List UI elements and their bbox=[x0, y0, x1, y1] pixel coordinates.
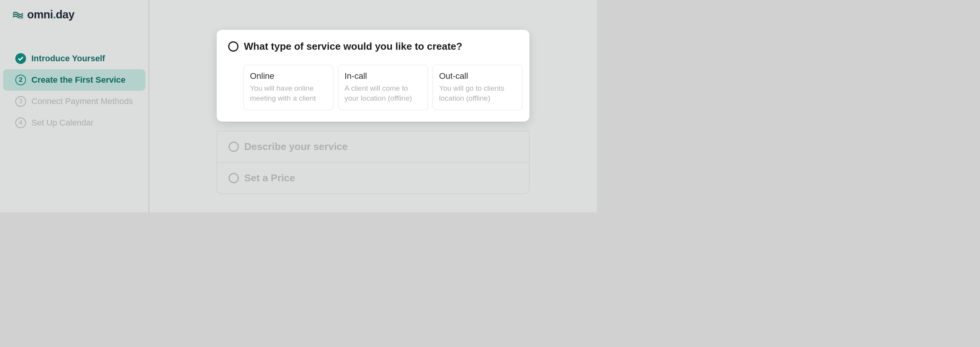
step-number-icon: 4 bbox=[15, 117, 26, 128]
option-online[interactable]: Online You will have online meeting with… bbox=[243, 65, 333, 110]
option-description: You will go to clients location (offline… bbox=[439, 83, 516, 103]
option-title: Out-call bbox=[439, 71, 516, 81]
section-title: Describe your service bbox=[244, 141, 348, 153]
logo-icon bbox=[13, 10, 23, 20]
section-title: What type of service would you like to c… bbox=[244, 41, 462, 52]
option-title: In-call bbox=[345, 71, 421, 81]
app-container: omni.day Introduce Yourself 2 Create the… bbox=[0, 0, 597, 212]
step-label: Introduce Yourself bbox=[31, 54, 105, 64]
step-label: Set Up Calendar bbox=[31, 118, 94, 128]
radio-icon bbox=[228, 41, 238, 52]
sidebar: omni.day Introduce Yourself 2 Create the… bbox=[0, 0, 149, 212]
section-service-type: What type of service would you like to c… bbox=[217, 30, 529, 122]
radio-icon bbox=[229, 142, 239, 152]
section-title: Set a Price bbox=[244, 172, 295, 184]
logo[interactable]: omni.day bbox=[0, 8, 149, 21]
option-description: A client will come to your location (off… bbox=[345, 83, 421, 103]
main-content: What type of service would you like to c… bbox=[149, 0, 597, 212]
step-create-first-service[interactable]: 2 Create the First Service bbox=[3, 69, 145, 91]
radio-icon bbox=[229, 173, 239, 183]
option-out-call[interactable]: Out-call You will go to clients location… bbox=[433, 65, 523, 110]
onboarding-steps: Introduce Yourself 2 Create the First Se… bbox=[0, 48, 149, 134]
step-label: Connect Payment Methods bbox=[31, 96, 133, 106]
option-title: Online bbox=[250, 71, 327, 81]
step-connect-payment-methods[interactable]: 3 Connect Payment Methods bbox=[3, 91, 145, 112]
form-sections: What type of service would you like to c… bbox=[217, 30, 529, 212]
section-describe-service[interactable]: Describe your service bbox=[217, 131, 529, 163]
step-setup-calendar[interactable]: 4 Set Up Calendar bbox=[3, 112, 145, 134]
logo-text: omni.day bbox=[27, 8, 74, 21]
section-set-price[interactable]: Set a Price bbox=[217, 163, 529, 194]
step-number-icon: 2 bbox=[15, 75, 26, 85]
check-icon bbox=[15, 53, 26, 64]
section-header[interactable]: What type of service would you like to c… bbox=[228, 41, 523, 52]
collapsed-sections: Describe your service Set a Price bbox=[217, 131, 529, 194]
option-description: You will have online meeting with a clie… bbox=[250, 83, 327, 103]
step-label: Create the First Service bbox=[31, 75, 126, 85]
step-introduce-yourself[interactable]: Introduce Yourself bbox=[3, 48, 145, 69]
step-number-icon: 3 bbox=[15, 96, 26, 107]
service-type-options: Online You will have online meeting with… bbox=[228, 65, 523, 110]
option-in-call[interactable]: In-call A client will come to your locat… bbox=[338, 65, 428, 110]
